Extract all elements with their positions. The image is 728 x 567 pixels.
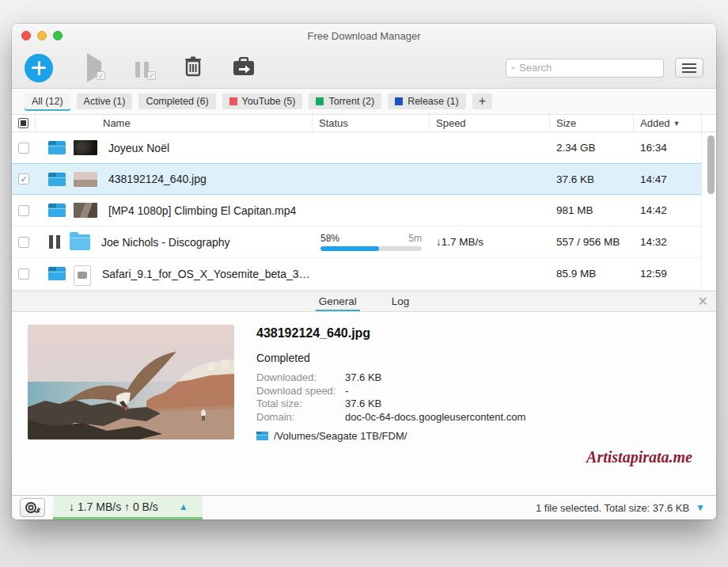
minimize-window-button[interactable] bbox=[37, 31, 47, 40]
selection-summary[interactable]: 1 file selected. Total size: 37.6 KB ▼ bbox=[536, 502, 705, 514]
tab-torrent[interactable]: Torrent (2) bbox=[309, 93, 381, 109]
menu-button[interactable] bbox=[675, 58, 703, 78]
resume-checkbox-icon: ✓ bbox=[97, 71, 105, 80]
table-row[interactable]: Safari_9.1_for_OS_X_Yosemite_beta_3.dmg … bbox=[12, 258, 702, 290]
search-input[interactable] bbox=[519, 62, 658, 74]
select-all-checkbox[interactable] bbox=[18, 118, 28, 128]
row-checkbox[interactable] bbox=[18, 268, 29, 280]
file-name: 438192124_640.jpg bbox=[108, 173, 207, 185]
header-size[interactable]: Size bbox=[550, 115, 634, 131]
table-row[interactable]: Joyeux Noël 2.34 GB 16:34 bbox=[12, 132, 702, 164]
pause-button[interactable]: ✓ bbox=[131, 56, 154, 80]
filter-tabbar: All (12) Active (1) Completed (6) YouTub… bbox=[12, 89, 716, 115]
resume-button[interactable]: ✓ bbox=[80, 56, 104, 80]
file-size: 37.6 KB bbox=[556, 173, 594, 185]
traffic-lights bbox=[21, 31, 63, 40]
table-header: Name Status Speed Size Added ▼ bbox=[12, 115, 716, 132]
snail-mode-button[interactable] bbox=[20, 498, 45, 517]
row-checkbox[interactable] bbox=[18, 143, 29, 154]
tab-youtube[interactable]: YouTube (5) bbox=[222, 93, 303, 109]
detail-status: Completed bbox=[256, 352, 525, 364]
field-label: Downloaded: bbox=[256, 371, 345, 383]
progress-percent: 58% bbox=[320, 233, 339, 244]
field-label: Total size: bbox=[256, 398, 345, 409]
close-detail-icon[interactable]: ✕ bbox=[698, 295, 708, 308]
file-size: 2.34 GB bbox=[556, 142, 596, 154]
field-label: Domain: bbox=[256, 411, 345, 423]
download-list: Joyeux Noël 2.34 GB 16:34 ✓ 438192124_64… bbox=[12, 132, 716, 291]
file-name: Joyeux Noël bbox=[108, 142, 169, 154]
detail-file-name: 438192124_640.jpg bbox=[256, 326, 525, 341]
added-time: 14:47 bbox=[640, 173, 667, 185]
file-preview-image bbox=[28, 325, 234, 440]
export-box-icon bbox=[233, 57, 255, 76]
watermark: Artistapirata.me bbox=[586, 448, 692, 466]
save-path[interactable]: /Volumes/Seagate 1TB/FDM/ bbox=[256, 430, 525, 442]
row-checkbox[interactable] bbox=[18, 237, 29, 248]
added-time: 14:32 bbox=[640, 236, 667, 248]
tab-release[interactable]: Release (1) bbox=[388, 93, 466, 109]
file-info: 438192124_640.jpg Completed Downloaded: … bbox=[256, 325, 525, 495]
table-row-selected[interactable]: ✓ 438192124_640.jpg 37.6 KB 14:47 bbox=[12, 163, 702, 195]
delete-button[interactable] bbox=[181, 56, 205, 80]
add-tab-button[interactable]: + bbox=[472, 93, 492, 109]
file-name: Safari_9.1_for_OS_X_Yosemite_beta_3.dmg bbox=[102, 268, 313, 280]
vertical-scrollbar[interactable] bbox=[707, 135, 715, 194]
header-speed[interactable]: Speed bbox=[430, 115, 550, 131]
zoom-window-button[interactable] bbox=[53, 31, 63, 40]
video-thumbnail bbox=[74, 203, 97, 218]
pause-checkbox-icon: ✓ bbox=[147, 71, 156, 80]
sort-chevron-icon: ▼ bbox=[673, 120, 681, 127]
tab-log[interactable]: Log bbox=[389, 291, 413, 311]
file-name: Joe Nichols - Discography bbox=[101, 236, 230, 249]
pause-state-icon bbox=[49, 235, 60, 249]
close-window-button[interactable] bbox=[21, 31, 31, 40]
tab-active[interactable]: Active (1) bbox=[77, 93, 133, 109]
folder-icon bbox=[48, 204, 66, 217]
download-speed: ↓1.7 MB/s bbox=[436, 236, 483, 248]
global-speeds: ↓ 1.7 MB/s ↑ 0 B/s bbox=[69, 500, 158, 513]
folder-icon bbox=[70, 234, 90, 250]
field-label: Download speed: bbox=[256, 385, 345, 397]
toolbar: ✓ ✓ bbox=[12, 48, 716, 89]
window-title: Free Download Manager bbox=[12, 30, 716, 42]
movie-thumbnail bbox=[74, 140, 97, 155]
field-value: 37.6 KB bbox=[345, 371, 525, 383]
trash-icon bbox=[184, 56, 203, 77]
field-value: 37.6 KB bbox=[345, 398, 525, 409]
release-color-swatch bbox=[395, 97, 403, 105]
field-value: doc-0c-64-docs.googleusercontent.com bbox=[345, 411, 525, 423]
file-name: [MP4 1080p] Climbing El Capitan.mp4 bbox=[108, 204, 296, 217]
row-checkbox-checked[interactable]: ✓ bbox=[18, 173, 29, 185]
chevron-up-icon: ▲ bbox=[179, 501, 188, 512]
chevron-down-icon: ▼ bbox=[696, 502, 705, 513]
hamburger-icon bbox=[682, 63, 696, 65]
youtube-color-swatch bbox=[229, 97, 237, 105]
add-download-button[interactable] bbox=[25, 54, 53, 82]
header-added[interactable]: Added ▼ bbox=[634, 115, 702, 131]
export-button[interactable] bbox=[232, 56, 256, 80]
file-size: 981 MB bbox=[556, 204, 593, 216]
folder-icon bbox=[48, 173, 66, 186]
field-value: - bbox=[345, 385, 525, 397]
added-time: 12:59 bbox=[640, 268, 667, 280]
header-status[interactable]: Status bbox=[313, 115, 430, 131]
select-all-header bbox=[12, 115, 36, 131]
row-checkbox[interactable] bbox=[18, 205, 29, 216]
tab-all[interactable]: All (12) bbox=[25, 93, 70, 109]
tab-completed[interactable]: Completed (6) bbox=[138, 93, 215, 109]
file-size: 85.9 MB bbox=[556, 268, 596, 280]
image-thumbnail bbox=[74, 172, 97, 187]
tab-general[interactable]: General bbox=[316, 291, 360, 311]
global-speed-toggle[interactable]: ↓ 1.7 MB/s ↑ 0 B/s ▲ bbox=[53, 496, 203, 519]
table-row-downloading[interactable]: Joe Nichols - Discography 58% 5m ↓1.7 MB… bbox=[12, 226, 702, 258]
folder-icon bbox=[48, 267, 66, 280]
progress-bar bbox=[320, 246, 422, 251]
folder-icon bbox=[256, 432, 268, 440]
table-row[interactable]: [MP4 1080p] Climbing El Capitan.mp4 981 … bbox=[12, 195, 702, 226]
header-name[interactable]: Name bbox=[36, 115, 313, 131]
titlebar: Free Download Manager bbox=[12, 24, 716, 48]
download-progress: 58% 5m bbox=[319, 233, 430, 251]
snail-icon bbox=[25, 501, 40, 514]
added-time: 14:42 bbox=[640, 204, 667, 216]
